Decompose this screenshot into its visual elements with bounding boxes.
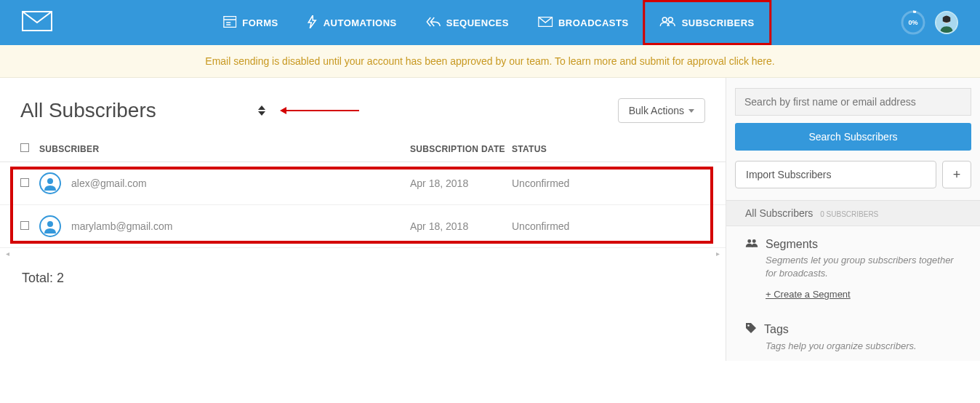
all-subscribers-bar[interactable]: All Subscribers 0 SUBSCRIBERS: [726, 200, 980, 226]
svg-point-16: [752, 239, 756, 243]
right-sidebar: Search Subscribers Import Subscribers + …: [726, 78, 980, 361]
svg-point-13: [47, 178, 53, 184]
subscriber-email[interactable]: alex@gmail.com: [71, 177, 147, 189]
segments-desc: Segments let you group subscribers toget…: [766, 254, 961, 280]
logo-envelope-icon[interactable]: [22, 11, 52, 34]
nav-automations[interactable]: AUTOMATIONS: [293, 0, 411, 45]
subscriber-email[interactable]: marylamb@gmail.com: [71, 220, 172, 232]
svg-marker-5: [309, 15, 316, 28]
col-status-header[interactable]: STATUS: [512, 144, 705, 154]
segments-title: Segments: [766, 238, 818, 251]
search-subscribers-button[interactable]: Search Subscribers: [735, 123, 971, 151]
nav-right: 0%: [900, 9, 958, 36]
nav-sequences[interactable]: SEQUENCES: [411, 0, 523, 45]
form-icon: [223, 16, 242, 30]
nav-forms[interactable]: FORMS: [209, 0, 292, 45]
table-header-row: SUBSCRIBER SUBSCRIPTION DATE STATUS: [0, 136, 726, 162]
user-silhouette-icon: [39, 215, 61, 237]
left-panel: All Subscribers Bulk Actions SUBSCRIBER …: [0, 78, 726, 361]
horizontal-scroll[interactable]: ◂▸: [0, 248, 726, 259]
svg-point-8: [669, 17, 673, 22]
tags-title: Tags: [764, 323, 789, 336]
top-nav: FORMS AUTOMATIONS SEQUENCES BROADCASTS S…: [0, 0, 980, 45]
bulk-actions-dropdown[interactable]: Bulk Actions: [618, 98, 705, 123]
nav-subscribers-label: SUBSCRIBERS: [682, 17, 755, 28]
total-count: Total: 2: [0, 259, 726, 298]
add-subscriber-button[interactable]: +: [942, 161, 971, 188]
col-date-header[interactable]: SUBSCRIPTION DATE: [410, 144, 512, 154]
svg-point-7: [663, 17, 667, 22]
bolt-icon: [308, 15, 324, 31]
nav-items: FORMS AUTOMATIONS SEQUENCES BROADCASTS S…: [209, 0, 771, 45]
progress-text: 0%: [908, 19, 917, 26]
select-all-checkbox[interactable]: [20, 143, 29, 152]
tags-desc: Tags help you organize subscribers.: [766, 340, 961, 353]
envelope-icon: [538, 17, 558, 29]
nav-broadcasts[interactable]: BROADCASTS: [523, 0, 643, 45]
sort-caret-icon: [258, 105, 265, 116]
user-avatar[interactable]: [935, 11, 958, 34]
bulk-actions-label: Bulk Actions: [629, 105, 684, 116]
tags-block: Tags Tags help you organize subscribers.: [726, 308, 980, 360]
segments-icon: [745, 238, 758, 251]
svg-point-17: [747, 325, 750, 327]
subscription-date: Apr 18, 2018: [410, 177, 512, 189]
all-subscribers-count: 0 SUBSCRIBERS: [820, 210, 878, 218]
subscriber-table: SUBSCRIBER SUBSCRIPTION DATE STATUS alex…: [0, 136, 726, 248]
all-subscribers-label: All Subscribers: [745, 207, 813, 219]
svg-rect-1: [224, 16, 236, 27]
svg-point-15: [747, 239, 751, 243]
nav-forms-label: FORMS: [242, 17, 278, 28]
import-subscribers-button[interactable]: Import Subscribers: [735, 161, 936, 188]
nav-subscribers[interactable]: SUBSCRIBERS: [643, 0, 771, 45]
svg-point-14: [47, 221, 53, 227]
alert-text: Email sending is disabled until your acc…: [205, 55, 774, 67]
search-input[interactable]: [735, 88, 971, 116]
sort-toggle[interactable]: [258, 105, 265, 116]
people-icon: [660, 17, 682, 29]
row-checkbox[interactable]: [20, 221, 29, 230]
tag-icon: [745, 322, 757, 337]
subscription-date: Apr 18, 2018: [410, 220, 512, 232]
row-checkbox[interactable]: [20, 178, 29, 187]
nav-sequences-label: SEQUENCES: [446, 17, 509, 28]
subscriber-status: Unconfirmed: [512, 177, 705, 189]
col-subscriber-header[interactable]: SUBSCRIBER: [39, 144, 410, 154]
main: All Subscribers Bulk Actions SUBSCRIBER …: [0, 78, 980, 361]
table-row[interactable]: marylamb@gmail.com Apr 18, 2018 Unconfir…: [0, 205, 726, 248]
progress-ring[interactable]: 0%: [900, 9, 926, 36]
alert-bar[interactable]: Email sending is disabled until your acc…: [0, 45, 980, 78]
reply-all-icon: [426, 17, 446, 29]
chevron-down-icon: [688, 109, 694, 113]
page-title: All Subscribers: [20, 99, 156, 122]
user-silhouette-icon: [39, 172, 61, 194]
nav-broadcasts-label: BROADCASTS: [558, 17, 629, 28]
page-header: All Subscribers Bulk Actions: [0, 78, 726, 136]
subscriber-status: Unconfirmed: [512, 220, 705, 232]
nav-automations-label: AUTOMATIONS: [324, 17, 397, 28]
segments-block: Segments Segments let you group subscrib…: [726, 226, 980, 308]
annotation-arrow: [280, 107, 359, 114]
create-segment-link[interactable]: + Create a Segment: [766, 289, 851, 300]
table-row[interactable]: alex@gmail.com Apr 18, 2018 Unconfirmed: [0, 162, 726, 205]
